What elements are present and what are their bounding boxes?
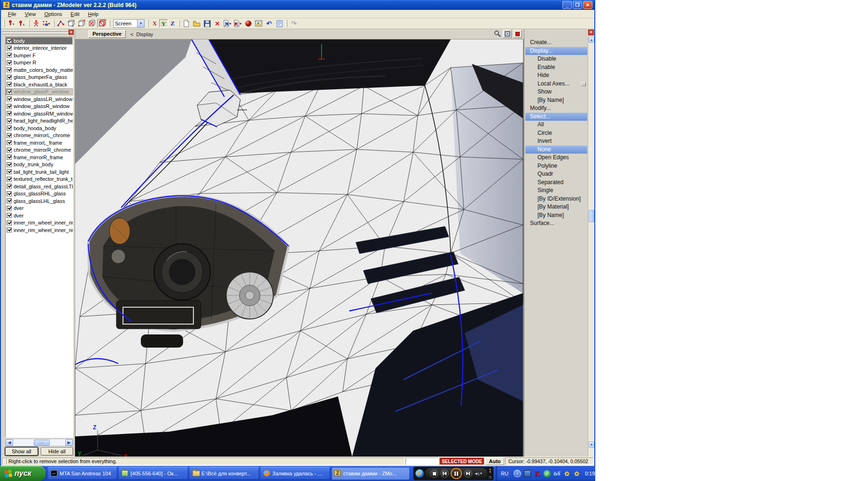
list-item[interactable]: black_exhaustLa_black [6, 81, 73, 88]
restore-button[interactable]: ❐ [573, 1, 582, 9]
panel-close-icon[interactable]: ✕ [588, 30, 594, 35]
title-bar[interactable]: Z ставим дамми - ZModeler ver 2.2.2 (Bui… [1, 0, 594, 10]
checkbox-checked-icon[interactable] [7, 118, 12, 124]
kaspersky-icon[interactable]: K [534, 470, 541, 477]
menu-item-by-id-extension[interactable]: [By ID/Extension] [525, 195, 587, 203]
viewport-mode-label[interactable]: Display [136, 31, 153, 37]
panel-grip[interactable] [2, 30, 68, 31]
list-item[interactable]: detail_glass_red_glassLTL_det [6, 183, 73, 190]
list-item[interactable]: glass_glassLHL_glass [6, 197, 73, 205]
checkbox-checked-icon[interactable] [7, 147, 12, 153]
checkbox-checked-icon[interactable] [7, 96, 12, 101]
undo-icon[interactable]: ↶ [264, 19, 274, 28]
box-icon-3[interactable] [87, 19, 97, 28]
commands-scrollbar[interactable]: ▲ ▼ [588, 36, 594, 457]
menu-item-local-axes[interactable]: Local Axes... [525, 80, 587, 88]
list-item[interactable]: body_trunk_body [6, 161, 73, 169]
checkbox-checked-icon[interactable] [7, 184, 12, 189]
skeleton-icon[interactable] [31, 19, 41, 28]
list-item[interactable]: window_glassF_window [6, 88, 73, 96]
checkbox-checked-icon[interactable] [7, 46, 12, 51]
flower-icon[interactable]: ✿ [573, 470, 580, 477]
checkbox-checked-icon[interactable] [7, 206, 12, 211]
edge-polyline-icon[interactable] [56, 19, 66, 28]
report-icon[interactable] [274, 19, 284, 28]
auto-badge[interactable]: Auto [485, 458, 504, 465]
list-item[interactable]: textured_reflector_trunk_text [6, 176, 73, 183]
objects-list-hscrollbar[interactable]: ◀ |||| ▶ [5, 439, 73, 446]
checkbox-checked-icon[interactable] [7, 177, 12, 182]
back-chevron[interactable]: < [131, 31, 133, 37]
checkbox-checked-icon[interactable] [7, 198, 12, 203]
menu-item-enable[interactable]: Enable [525, 63, 587, 72]
zoom-region-icon[interactable] [494, 30, 501, 38]
axis-x-button[interactable]: X [150, 19, 159, 28]
checkbox-checked-icon[interactable] [7, 220, 12, 225]
delete-icon[interactable]: ✕ [212, 19, 223, 28]
checkbox-checked-icon[interactable] [7, 169, 12, 174]
import-icon[interactable]: ▼ [223, 19, 233, 28]
menu-help[interactable]: Help [84, 10, 103, 18]
menu-item-show[interactable]: Show [525, 88, 587, 96]
menu-item-by-name[interactable]: [By Name] [525, 96, 587, 105]
viewport-3d-scene[interactable]: Z x y [75, 39, 524, 457]
menu-item-invert[interactable]: Invert [525, 137, 587, 146]
list-item[interactable]: glass_glassRHL_glass [6, 190, 73, 198]
vertex-mode-dropdown-icon[interactable]: ▼ [41, 19, 52, 28]
checkbox-checked-icon[interactable] [7, 191, 12, 196]
hide-all-button[interactable]: Hide all [41, 447, 74, 456]
list-item[interactable]: window_glassLR_window [6, 95, 73, 103]
list-item[interactable]: bumper R [6, 59, 73, 67]
language-indicator[interactable]: RU [499, 470, 511, 477]
taskbar-task-console[interactable]: c:\MTA San Andreas 104 [48, 467, 117, 480]
menu-item-quadr[interactable]: Quadr [525, 170, 587, 178]
minimize-button[interactable]: _ [562, 1, 572, 9]
wmp-logo-icon[interactable] [415, 469, 424, 478]
dropdown-arrow-icon[interactable]: ▼ [229, 22, 232, 25]
deskband-restore-icon[interactable]: ❐ [489, 476, 491, 479]
menu-item-single[interactable]: Single [525, 186, 587, 195]
box-icon-pressed[interactable] [97, 19, 108, 28]
checkbox-checked-icon[interactable] [7, 67, 12, 72]
dropdown-arrow-icon[interactable]: ▼ [47, 22, 51, 25]
flower-icon[interactable]: ✿ [563, 470, 570, 477]
pause-button[interactable] [451, 468, 462, 479]
list-item[interactable]: dver [6, 212, 73, 219]
screen-dropdown-value[interactable]: Screen [113, 19, 138, 28]
scroll-up-icon[interactable]: ▲ [589, 37, 594, 43]
menu-item-none[interactable]: None [525, 146, 587, 154]
antivirus-check-icon[interactable]: ✓ [544, 470, 551, 477]
list-item[interactable]: head_light_headlightR_head_l [6, 117, 73, 125]
pin-down-icon[interactable] [6, 19, 16, 28]
list-item[interactable]: inner_rim_wheel_inner_rim [6, 219, 73, 227]
menu-item-circle[interactable]: Circle [525, 129, 587, 138]
menu-item-surface[interactable]: Surface... [525, 219, 587, 228]
checkbox-checked-icon[interactable] [7, 125, 12, 131]
scrollbar-thumb[interactable] [589, 210, 594, 222]
perspective-tab[interactable]: Perspective [88, 30, 126, 38]
list-item[interactable]: chrome_mirrorL_chrome [6, 132, 73, 140]
menu-options[interactable]: Options [40, 10, 66, 18]
checkbox-checked-icon[interactable] [7, 162, 12, 167]
scene-icon[interactable] [253, 19, 264, 28]
screen-dropdown[interactable]: Screen ▼ [113, 19, 145, 28]
scroll-right-icon[interactable]: ▶ [65, 439, 73, 446]
list-item[interactable]: interior_interior_interior [6, 45, 73, 52]
box-icon-1[interactable] [66, 19, 77, 28]
local-axes-box[interactable] [581, 82, 586, 86]
list-item[interactable]: matte_colors_body_matte_col [6, 66, 73, 74]
chevron-down-icon[interactable]: ▼ [138, 19, 145, 28]
checkbox-checked-icon[interactable] [7, 227, 12, 233]
checkbox-checked-icon[interactable] [7, 38, 12, 43]
deskband-expand-icon[interactable]: ▲▼ [489, 468, 492, 473]
display-settings-icon[interactable] [524, 470, 531, 477]
next-button[interactable] [464, 469, 472, 478]
panel-grip[interactable] [2, 33, 68, 34]
clock[interactable]: 0:19 [585, 471, 595, 476]
menu-item-all[interactable]: All [525, 121, 587, 129]
menu-item-create[interactable]: Create... [525, 39, 587, 47]
checkbox-checked-icon[interactable] [7, 133, 12, 138]
b5-icon[interactable]: Ь5 [553, 470, 561, 477]
checkbox-checked-icon[interactable] [7, 75, 12, 80]
menu-item-display[interactable]: Display... [525, 47, 587, 55]
